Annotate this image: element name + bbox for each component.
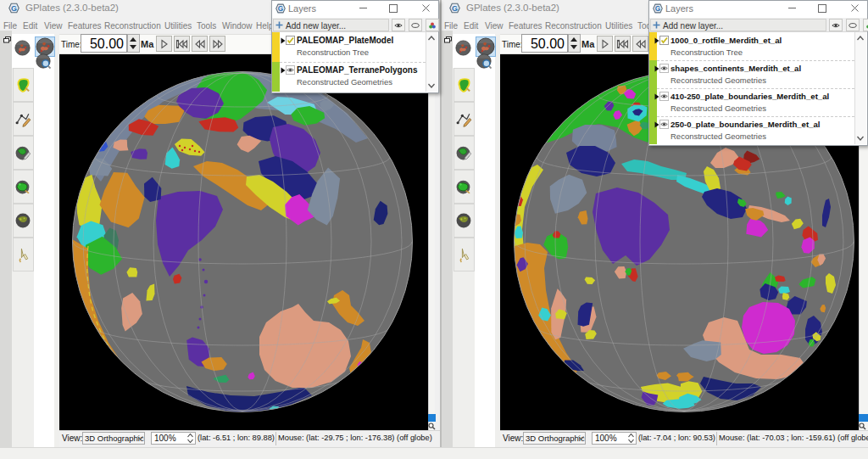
svg-text:G: G [11, 4, 17, 13]
svg-text:G: G [655, 5, 660, 13]
svg-text:G: G [452, 4, 458, 13]
svg-text:G: G [278, 5, 283, 13]
